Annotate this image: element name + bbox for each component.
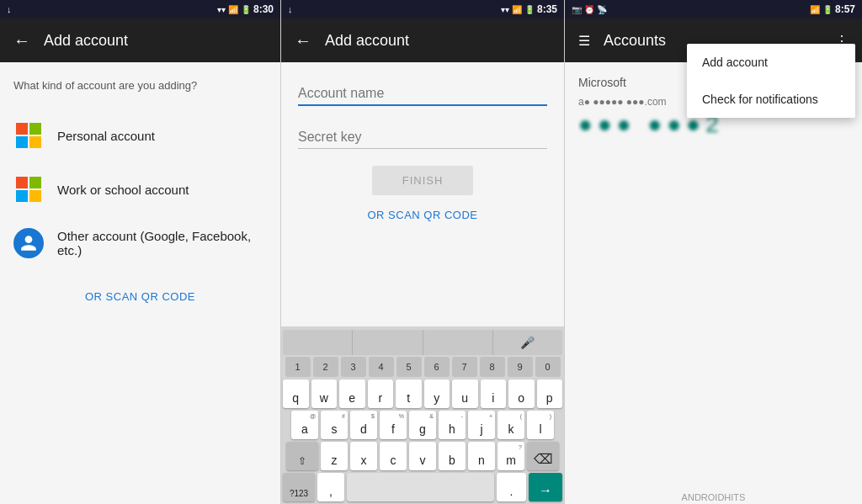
panel-add-account-2: ↓ ▾▾ 📶 🔋 8:35 ← Add account FINISH OR SC… [281,0,565,504]
key-k[interactable]: k( [498,411,524,439]
key-2[interactable]: 2 [313,357,338,377]
add-account-menu-item[interactable]: Add account [687,44,855,81]
panel-add-account-1: ↓ ▾▾ 📶 🔋 8:30 ← Add account What kind of… [0,0,281,504]
status-bar-2: ↓ ▾▾ 📶 🔋 8:35 [281,0,564,19]
key-7[interactable]: 7 [452,357,477,377]
key-j[interactable]: j+ [468,411,495,439]
keyboard-suggestions-row: 🎤 [283,330,562,355]
app-bar-1: ← Add account [0,19,280,62]
symbols-key[interactable]: ?123 [283,473,315,501]
key-0[interactable]: 0 [535,357,561,377]
account-name-input[interactable] [298,79,547,106]
wifi-icon-3: 📡 [597,5,607,14]
microphone-icon: 🎤 [520,336,535,349]
ms-icon-personal [13,120,44,151]
clock: 8:30 [253,3,274,15]
signal-icon-2: 📶 [512,5,522,14]
key-period[interactable]: . [497,473,526,501]
other-account-option[interactable]: Other account (Google, Facebook, etc.) [13,216,267,270]
key-4[interactable]: 4 [369,357,394,377]
key-s[interactable]: s# [321,411,348,439]
key-9[interactable]: 9 [508,357,533,377]
wifi-icon: ▾▾ [217,5,226,14]
battery-icon-3: 🔋 [822,5,833,14]
key-z[interactable]: z [321,442,348,470]
action-key[interactable]: → [529,473,562,501]
ms-w-sq4 [29,190,41,202]
status-icons-1: ▾▾ 📶 🔋 8:30 [217,3,274,15]
dropdown-menu: Add account Check for notifications [687,44,855,118]
key-y[interactable]: y [424,379,450,408]
key-l[interactable]: l) [527,411,554,439]
keyboard-number-row: 1 2 3 4 5 6 7 8 9 0 [283,357,562,377]
suggestion-1[interactable] [283,330,353,355]
mic-button[interactable]: 🎤 [493,330,562,355]
key-comma[interactable]: , [317,473,344,501]
key-f[interactable]: f% [380,411,407,439]
hamburger-menu[interactable]: ☰ [578,33,590,49]
key-u[interactable]: u [452,379,478,408]
key-8[interactable]: 8 [480,357,505,377]
status-icons-3b: 📶 🔋 8:57 [810,3,855,15]
watermark: ANDROIDHITS [565,491,862,504]
back-button-1[interactable]: ← [13,31,30,50]
backspace-key[interactable]: ⌫ [527,442,559,470]
key-o[interactable]: o [508,379,535,408]
space-key[interactable] [347,473,494,501]
wifi-icon-2: ▾▾ [501,5,509,14]
keyboard-row-3: ⇧ z x c v b n m? ⌫ [283,442,562,470]
key-q[interactable]: q [283,379,309,408]
key-x[interactable]: x [350,442,377,470]
microsoft-logo-personal [16,123,41,148]
finish-button[interactable]: FINISH [372,166,474,195]
scan-qr-button-1[interactable]: OR SCAN QR CODE [13,290,267,303]
key-d[interactable]: d$ [350,411,377,439]
clock-2: 8:35 [537,3,557,15]
key-1[interactable]: 1 [285,357,311,377]
personal-account-option[interactable]: Personal account [13,109,267,162]
app-bar-title-1: Add account [44,32,267,50]
alarm-icon: ⏰ [584,5,594,14]
key-v[interactable]: v [409,442,436,470]
keyboard-row-4: ?123 , . → [283,473,562,501]
key-b[interactable]: b [439,442,466,470]
status-icons-3: 📷 ⏰ 📡 [572,5,607,14]
personal-account-label: Personal account [57,129,155,143]
secret-key-input[interactable] [298,123,547,149]
status-icon-download: ↓ [7,4,12,14]
key-3[interactable]: 3 [341,357,366,377]
check-notifications-menu-item[interactable]: Check for notifications [687,81,855,118]
key-w[interactable]: w [311,379,338,408]
suggestion-3[interactable] [423,330,493,355]
back-button-2[interactable]: ← [295,31,311,50]
key-c[interactable]: c [380,442,407,470]
key-a[interactable]: a@ [291,411,318,439]
key-i[interactable]: i [481,379,507,408]
suggestion-2[interactable] [353,330,423,355]
ms-sq3 [16,136,28,148]
app-bar-2: ← Add account [281,19,564,62]
key-n[interactable]: n [468,442,495,470]
key-g[interactable]: g& [409,411,436,439]
clock-3: 8:57 [835,3,855,15]
status-icon-download-2: ↓ [288,4,293,14]
key-r[interactable]: r [368,379,394,408]
battery-icon: 🔋 [241,5,251,14]
key-5[interactable]: 5 [396,357,422,377]
key-p[interactable]: p [537,379,563,408]
ms-sq1 [16,123,28,135]
key-e[interactable]: e [339,379,365,408]
scan-qr-button-2[interactable]: OR SCAN QR CODE [298,209,547,221]
on-screen-keyboard: 🎤 1 2 3 4 5 6 7 8 9 0 q w e r t y u i o [281,326,564,504]
key-6[interactable]: 6 [424,357,450,377]
key-t[interactable]: t [396,379,422,408]
key-h[interactable]: h- [439,411,466,439]
ms-sq2 [29,123,41,135]
ms-sq4 [29,136,41,148]
keyboard-row-1: q w e r t y u i o p [283,379,562,408]
photo-icon: 📷 [572,5,582,14]
shift-key[interactable]: ⇧ [286,442,318,470]
work-account-option[interactable]: Work or school account [13,162,267,216]
person-svg [19,234,38,252]
key-m[interactable]: m? [498,442,524,470]
